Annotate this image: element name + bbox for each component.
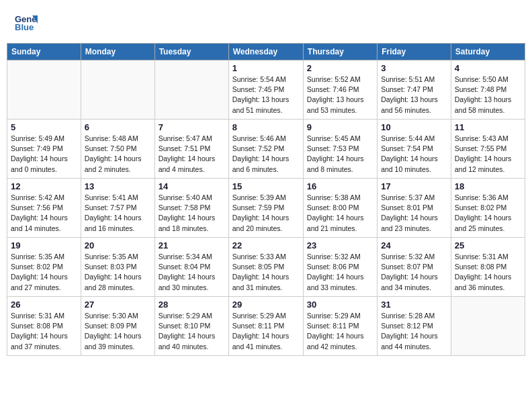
day-number: 18 <box>455 181 521 191</box>
day-info: Sunrise: 5:31 AMSunset: 8:08 PMDaylight:… <box>11 311 77 352</box>
calendar-table: SundayMondayTuesdayWednesdayThursdayFrid… <box>7 43 525 356</box>
calendar-cell <box>7 60 81 120</box>
calendar-cell: 16Sunrise: 5:38 AMSunset: 8:00 PMDayligh… <box>303 179 377 238</box>
day-number: 21 <box>159 240 225 250</box>
day-info: Sunrise: 5:31 AMSunset: 8:08 PMDaylight:… <box>455 252 521 293</box>
day-info: Sunrise: 5:29 AMSunset: 8:10 PMDaylight:… <box>159 311 225 352</box>
day-info: Sunrise: 5:38 AMSunset: 8:00 PMDaylight:… <box>307 193 373 234</box>
day-number: 14 <box>159 181 225 191</box>
calendar-cell: 22Sunrise: 5:33 AMSunset: 8:05 PMDayligh… <box>228 238 303 297</box>
day-number: 4 <box>455 63 521 73</box>
calendar-cell: 24Sunrise: 5:32 AMSunset: 8:07 PMDayligh… <box>378 238 451 297</box>
calendar-header-row: SundayMondayTuesdayWednesdayThursdayFrid… <box>7 44 525 60</box>
day-number: 31 <box>381 300 447 310</box>
col-header-wednesday: Wednesday <box>228 44 303 60</box>
day-info: Sunrise: 5:36 AMSunset: 8:02 PMDaylight:… <box>455 193 521 234</box>
svg-text:Blue: Blue <box>15 22 34 32</box>
day-info: Sunrise: 5:48 AMSunset: 7:50 PMDaylight:… <box>85 134 151 175</box>
calendar-cell <box>154 60 228 120</box>
col-header-sunday: Sunday <box>7 44 81 60</box>
day-number: 11 <box>455 122 521 132</box>
calendar-cell: 8Sunrise: 5:46 AMSunset: 7:52 PMDaylight… <box>228 120 303 179</box>
day-info: Sunrise: 5:54 AMSunset: 7:45 PMDaylight:… <box>232 75 300 116</box>
day-info: Sunrise: 5:28 AMSunset: 8:12 PMDaylight:… <box>381 311 447 352</box>
col-header-tuesday: Tuesday <box>154 44 228 60</box>
day-number: 12 <box>11 181 77 191</box>
logo-icon: General Blue <box>13 10 38 34</box>
day-info: Sunrise: 5:45 AMSunset: 7:53 PMDaylight:… <box>307 134 373 175</box>
day-number: 17 <box>381 181 447 191</box>
day-info: Sunrise: 5:51 AMSunset: 7:47 PMDaylight:… <box>381 75 447 116</box>
day-number: 23 <box>307 240 373 250</box>
col-header-friday: Friday <box>378 44 451 60</box>
day-number: 15 <box>232 181 300 191</box>
calendar-cell: 3Sunrise: 5:51 AMSunset: 7:47 PMDaylight… <box>378 60 451 120</box>
day-number: 24 <box>381 240 447 250</box>
day-number: 7 <box>159 122 225 132</box>
day-number: 29 <box>232 300 300 310</box>
calendar-cell: 25Sunrise: 5:31 AMSunset: 8:08 PMDayligh… <box>451 238 525 297</box>
day-number: 13 <box>85 181 151 191</box>
day-number: 19 <box>11 240 77 250</box>
day-info: Sunrise: 5:30 AMSunset: 8:09 PMDaylight:… <box>85 311 151 352</box>
calendar-cell: 5Sunrise: 5:49 AMSunset: 7:49 PMDaylight… <box>7 120 81 179</box>
day-number: 5 <box>11 122 77 132</box>
day-number: 3 <box>381 63 447 73</box>
day-number: 9 <box>307 122 373 132</box>
day-number: 2 <box>307 63 373 73</box>
day-info: Sunrise: 5:32 AMSunset: 8:07 PMDaylight:… <box>381 252 447 293</box>
calendar-cell: 7Sunrise: 5:47 AMSunset: 7:51 PMDaylight… <box>154 120 228 179</box>
day-info: Sunrise: 5:29 AMSunset: 8:11 PMDaylight:… <box>232 311 300 352</box>
col-header-thursday: Thursday <box>303 44 377 60</box>
col-header-saturday: Saturday <box>451 44 525 60</box>
week-row-5: 26Sunrise: 5:31 AMSunset: 8:08 PMDayligh… <box>7 297 525 356</box>
calendar-cell <box>81 60 154 120</box>
calendar-cell: 23Sunrise: 5:32 AMSunset: 8:06 PMDayligh… <box>303 238 377 297</box>
day-info: Sunrise: 5:49 AMSunset: 7:49 PMDaylight:… <box>11 134 77 175</box>
day-info: Sunrise: 5:40 AMSunset: 7:58 PMDaylight:… <box>159 193 225 234</box>
day-number: 16 <box>307 181 373 191</box>
day-info: Sunrise: 5:41 AMSunset: 7:57 PMDaylight:… <box>85 193 151 234</box>
calendar-cell: 28Sunrise: 5:29 AMSunset: 8:10 PMDayligh… <box>154 297 228 356</box>
day-info: Sunrise: 5:35 AMSunset: 8:03 PMDaylight:… <box>85 252 151 293</box>
day-number: 30 <box>307 300 373 310</box>
day-info: Sunrise: 5:37 AMSunset: 8:01 PMDaylight:… <box>381 193 447 234</box>
calendar-cell: 11Sunrise: 5:43 AMSunset: 7:55 PMDayligh… <box>451 120 525 179</box>
calendar-cell: 1Sunrise: 5:54 AMSunset: 7:45 PMDaylight… <box>228 60 303 120</box>
day-info: Sunrise: 5:42 AMSunset: 7:56 PMDaylight:… <box>11 193 77 234</box>
day-info: Sunrise: 5:46 AMSunset: 7:52 PMDaylight:… <box>232 134 300 175</box>
calendar-cell: 21Sunrise: 5:34 AMSunset: 8:04 PMDayligh… <box>154 238 228 297</box>
col-header-monday: Monday <box>81 44 154 60</box>
day-number: 6 <box>85 122 151 132</box>
day-number: 26 <box>11 300 77 310</box>
calendar-cell: 19Sunrise: 5:35 AMSunset: 8:02 PMDayligh… <box>7 238 81 297</box>
calendar-cell: 4Sunrise: 5:50 AMSunset: 7:48 PMDaylight… <box>451 60 525 120</box>
day-info: Sunrise: 5:34 AMSunset: 8:04 PMDaylight:… <box>159 252 225 293</box>
calendar-cell: 29Sunrise: 5:29 AMSunset: 8:11 PMDayligh… <box>228 297 303 356</box>
day-number: 27 <box>85 300 151 310</box>
day-number: 28 <box>159 300 225 310</box>
day-info: Sunrise: 5:33 AMSunset: 8:05 PMDaylight:… <box>232 252 300 293</box>
week-row-1: 1Sunrise: 5:54 AMSunset: 7:45 PMDaylight… <box>7 60 525 120</box>
calendar-cell: 27Sunrise: 5:30 AMSunset: 8:09 PMDayligh… <box>81 297 154 356</box>
day-info: Sunrise: 5:50 AMSunset: 7:48 PMDaylight:… <box>455 75 521 116</box>
calendar-cell: 2Sunrise: 5:52 AMSunset: 7:46 PMDaylight… <box>303 60 377 120</box>
day-info: Sunrise: 5:29 AMSunset: 8:11 PMDaylight:… <box>307 311 373 352</box>
day-number: 10 <box>381 122 447 132</box>
day-info: Sunrise: 5:35 AMSunset: 8:02 PMDaylight:… <box>11 252 77 293</box>
page-header: General Blue <box>7 7 525 38</box>
day-info: Sunrise: 5:43 AMSunset: 7:55 PMDaylight:… <box>455 134 521 175</box>
day-number: 22 <box>232 240 300 250</box>
day-info: Sunrise: 5:32 AMSunset: 8:06 PMDaylight:… <box>307 252 373 293</box>
calendar-cell: 12Sunrise: 5:42 AMSunset: 7:56 PMDayligh… <box>7 179 81 238</box>
calendar-cell: 6Sunrise: 5:48 AMSunset: 7:50 PMDaylight… <box>81 120 154 179</box>
day-info: Sunrise: 5:47 AMSunset: 7:51 PMDaylight:… <box>159 134 225 175</box>
day-number: 1 <box>232 63 300 73</box>
calendar-cell: 10Sunrise: 5:44 AMSunset: 7:54 PMDayligh… <box>378 120 451 179</box>
week-row-4: 19Sunrise: 5:35 AMSunset: 8:02 PMDayligh… <box>7 238 525 297</box>
day-info: Sunrise: 5:39 AMSunset: 7:59 PMDaylight:… <box>232 193 300 234</box>
calendar-cell: 30Sunrise: 5:29 AMSunset: 8:11 PMDayligh… <box>303 297 377 356</box>
calendar-cell <box>451 297 525 356</box>
logo: General Blue <box>13 10 40 34</box>
calendar-cell: 15Sunrise: 5:39 AMSunset: 7:59 PMDayligh… <box>228 179 303 238</box>
